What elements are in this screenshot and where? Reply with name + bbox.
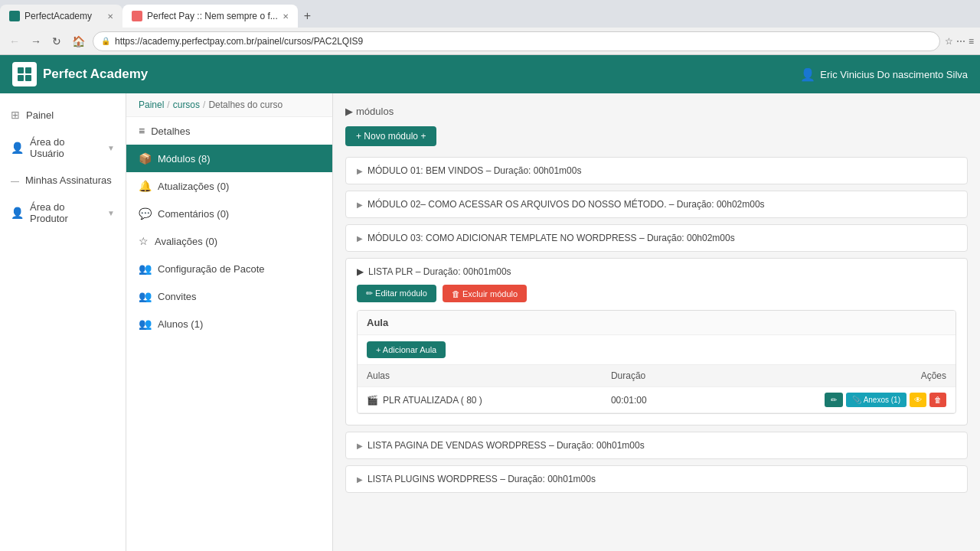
module-label-3: MÓDULO 03: COMO ADICIONAR TEMPLATE NO WO… [368,233,735,243]
panel-item-modulos[interactable]: 📦 Módulos (8) [126,145,332,172]
modulos-icon: 📦 [139,152,152,165]
assinaturas-icon: — [11,176,19,185]
modules-label: módulos [356,106,394,117]
panel-label-modulos: Módulos (8) [158,153,211,165]
sidebar-label-assinaturas: Minhas Assinaturas [25,174,112,186]
edit-aula-button[interactable]: ✏ [825,393,843,407]
bookmarks-icon[interactable]: ☆ [945,36,953,47]
modules-caret: ▶ [345,106,353,117]
sidebar-item-painel[interactable]: ⊞ Painel [0,101,126,129]
tab-label-2: Perfect Pay :: Nem sempre o f... [147,11,278,21]
lock-icon: 🔒 [101,37,110,45]
module-row-5[interactable]: ▶ LISTA PAGINA DE VENDAS WORDPRESS – Dur… [345,432,968,459]
sidebar: ⊞ Painel 👤 Área do Usuário ▼ — Minhas As… [0,93,126,551]
aula-duracao-cell: 00:01:00 [602,387,701,413]
expand-icon-area-produtor: ▼ [107,209,115,217]
tab-close-2[interactable]: ✕ [283,12,289,21]
panel-label-config-pacote: Configuração de Pacote [158,263,264,275]
col-header-acoes: Ações [701,365,956,387]
sidebar-item-minhas-assinaturas[interactable]: — Minhas Assinaturas [0,167,126,194]
aula-actions-cell: ✏ 📎 Anexos (1) 👁 🗑 [701,387,956,413]
aula-name-text: PLR ATUALIZADA ( 80 ) [383,395,482,406]
module-row-1[interactable]: ▶ MÓDULO 01: BEM VINDOS – Duração: 00h01… [345,157,968,184]
new-tab-button[interactable]: + [298,9,317,23]
tab-close-1[interactable]: ✕ [107,12,113,21]
back-button[interactable]: ← [6,34,23,49]
svg-rect-1 [25,67,31,73]
header-username: Eric Vinicius Do nascimento Silva [820,69,968,80]
reload-button[interactable]: ↻ [49,34,64,49]
panel-label-detalhes: Detalhes [151,126,190,137]
edit-module-button[interactable]: ✏ Editar módulo [357,285,436,302]
sidebar-item-area-usuario[interactable]: 👤 Área do Usuário ▼ [0,129,126,167]
novo-modulo-button[interactable]: + Novo módulo + [345,126,436,146]
module-caret-6: ▶ [357,475,363,484]
svg-rect-3 [25,75,31,81]
avaliacoes-icon: ☆ [139,235,149,247]
comentarios-icon: 💬 [139,207,152,220]
module-label-2: MÓDULO 02– COMO ACESSAR OS ARQUIVOS DO N… [368,199,765,210]
col-header-duracao: Duração [602,365,701,387]
main-content: ▶ módulos + Novo módulo + ▶ MÓDULO 01: B… [333,93,980,551]
module-row-6[interactable]: ▶ LISTA PLUGINS WORDPRESS – Duração: 00h… [345,465,968,493]
module-row-3[interactable]: ▶ MÓDULO 03: COMO ADICIONAR TEMPLATE NO … [345,224,968,252]
aula-title: Aula [358,311,956,335]
breadcrumb-sep-1: / [167,99,169,110]
config-pacote-icon: 👥 [139,262,152,275]
area-usuario-icon: 👤 [11,142,24,154]
breadcrumb-sep-2: / [203,99,205,110]
tab-favicon-1 [9,11,20,21]
convites-icon: 👥 [139,290,152,302]
panel-label-comentarios: Comentários (0) [158,208,229,220]
table-row: 🎬 PLR ATUALIZADA ( 80 ) 00:01:00 ✏ 📎 Ane… [358,387,956,413]
delete-module-button[interactable]: 🗑 Excluir módulo [443,285,527,302]
home-button[interactable]: 🏠 [69,34,88,49]
panel-item-convites[interactable]: 👥 Convites [126,282,332,310]
app-logo: Perfect Academy [12,62,148,86]
panel-item-atualizacoes[interactable]: 🔔 Atualizações (0) [126,172,332,200]
app-logo-text: Perfect Academy [43,67,148,82]
view-button[interactable]: 👁 [910,393,926,407]
delete-aula-button[interactable]: 🗑 [929,393,946,407]
sidebar-item-area-produtor[interactable]: 👤 Área do Produtor ▼ [0,194,126,232]
module-caret-1: ▶ [357,167,363,175]
action-buttons: ✏ 📎 Anexos (1) 👁 🗑 [710,393,946,407]
module-header-4[interactable]: ▶ LISTA PLR – Duração: 00h01m00s [346,259,967,285]
tab-label-1: PerfectAcademy [24,11,92,21]
panel-item-comentarios[interactable]: 💬 Comentários (0) [126,200,332,227]
breadcrumb-painel[interactable]: Painel [139,99,164,110]
logo-icon [12,62,37,86]
attach-button[interactable]: 📎 Anexos (1) [846,393,906,407]
extensions-icon[interactable]: ⋯ [956,36,965,47]
user-avatar-icon: 👤 [800,67,815,82]
nav-bar: ← → ↻ 🏠 🔒 https://academy.perfectpay.com… [0,28,980,55]
module-caret-4: ▶ [357,266,364,277]
menu-icon[interactable]: ≡ [969,36,974,47]
panel-item-avaliacoes[interactable]: ☆ Avaliações (0) [126,227,332,255]
module-row-2[interactable]: ▶ MÓDULO 02– COMO ACESSAR OS ARQUIVOS DO… [345,191,968,218]
aula-name-container: 🎬 PLR ATUALIZADA ( 80 ) [367,395,593,406]
breadcrumb-cursos[interactable]: cursos [173,99,200,110]
module-caret-3: ▶ [357,234,363,243]
forward-button[interactable]: → [28,34,44,49]
svg-rect-0 [18,67,24,73]
panel-item-config-pacote[interactable]: 👥 Configuração de Pacote [126,255,332,282]
tab-2[interactable]: Perfect Pay :: Nem sempre o f... ✕ [122,5,298,28]
header-user: 👤 Eric Vinicius Do nascimento Silva [800,67,968,82]
expand-icon-area-usuario: ▼ [107,144,115,152]
add-aula-button[interactable]: + Adicionar Aula [367,341,446,358]
atualizacoes-icon: 🔔 [139,180,152,192]
modules-header[interactable]: ▶ módulos [345,106,968,117]
module-label-5: LISTA PAGINA DE VENDAS WORDPRESS – Duraç… [368,440,645,451]
painel-icon: ⊞ [11,109,20,121]
panel-item-alunos[interactable]: 👥 Alunos (1) [126,310,332,337]
sidebar-label-painel: Painel [26,109,54,121]
url-bar[interactable]: 🔒 https://academy.perfectpay.com.br/pain… [93,31,940,51]
svg-rect-2 [18,75,24,81]
tab-1[interactable]: PerfectAcademy ✕ [0,5,122,28]
tab-bar: PerfectAcademy ✕ Perfect Pay :: Nem semp… [0,0,980,28]
breadcrumb-current: Detalhes do curso [208,99,283,110]
col-header-aulas: Aulas [358,365,602,387]
nav-icons: ☆ ⋯ ≡ [945,36,974,47]
panel-item-detalhes[interactable]: ≡ Detalhes [126,117,332,145]
